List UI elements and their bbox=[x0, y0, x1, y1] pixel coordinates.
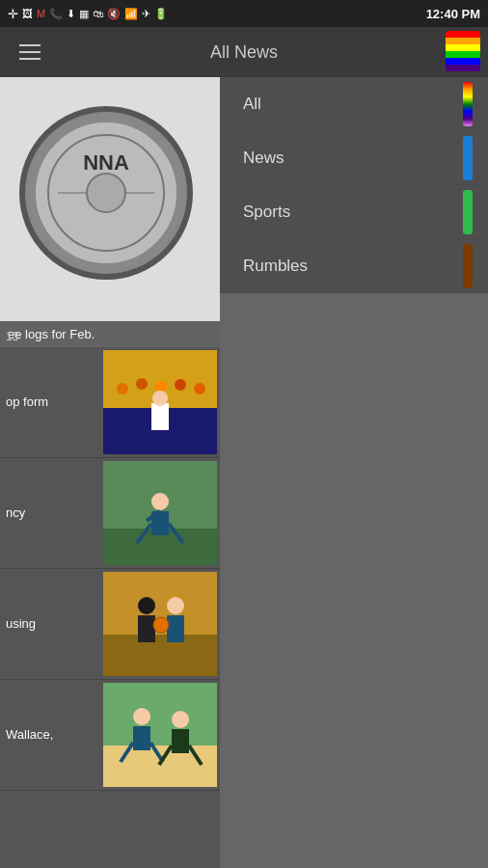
wifi-icon: 📶 bbox=[124, 8, 138, 20]
news-item-text-3: using bbox=[0, 616, 100, 633]
battery-icon: 🔋 bbox=[154, 8, 168, 20]
news-item-text-2: ncy bbox=[0, 505, 100, 522]
svg-point-9 bbox=[136, 378, 148, 390]
badge-svg: NNA CE bbox=[29, 116, 183, 270]
color-rumbles bbox=[463, 244, 473, 288]
svg-point-11 bbox=[175, 379, 186, 391]
media-icon: ▦ bbox=[79, 8, 89, 20]
sport-svg-1 bbox=[103, 350, 217, 454]
image-icon: 🖼 bbox=[22, 8, 33, 19]
news-item-image-3 bbox=[103, 572, 217, 676]
svg-rect-33 bbox=[133, 726, 150, 750]
svg-point-12 bbox=[194, 383, 205, 394]
svg-rect-26 bbox=[138, 615, 155, 642]
svg-point-36 bbox=[172, 711, 189, 728]
color-all-rainbow bbox=[463, 82, 473, 126]
dropdown-label-all: All bbox=[243, 95, 261, 114]
news-item-image-4 bbox=[103, 683, 217, 787]
rainbow-blue bbox=[446, 58, 480, 65]
news-item-text-1: op form bbox=[0, 394, 100, 411]
right-dropdown-panel: All News Sports Rumbles bbox=[220, 77, 488, 868]
svg-point-14 bbox=[152, 391, 168, 406]
hamburger-line-1 bbox=[19, 44, 41, 46]
sport-image-basketball bbox=[103, 572, 217, 676]
sport-image-baseball-field bbox=[103, 461, 217, 565]
svg-point-29 bbox=[153, 617, 169, 633]
svg-point-17 bbox=[151, 493, 169, 510]
menu-button[interactable] bbox=[12, 37, 48, 68]
list-item[interactable]: using bbox=[0, 569, 220, 680]
rainbow-green bbox=[446, 51, 480, 58]
rainbow-red bbox=[446, 31, 480, 38]
dropdown-label-news: News bbox=[243, 149, 285, 168]
hero-image[interactable]: NNA CE ee logs for Feb. 13 bbox=[0, 77, 220, 347]
news-item-image-1 bbox=[103, 350, 217, 454]
dropdown-item-rumbles[interactable]: Rumbles bbox=[220, 239, 488, 293]
list-item[interactable]: ncy bbox=[0, 458, 220, 569]
sport-svg-4 bbox=[103, 683, 217, 787]
rainbow-indigo bbox=[446, 65, 480, 71]
airplane-icon: ✈ bbox=[142, 8, 150, 20]
svg-rect-31 bbox=[103, 746, 217, 787]
category-dropdown: All News Sports Rumbles bbox=[220, 77, 488, 293]
phone-icon: 📞 bbox=[49, 8, 63, 20]
badge: NNA CE bbox=[19, 106, 193, 280]
sport-svg-3 bbox=[103, 572, 217, 676]
add-icon: ✛ bbox=[8, 7, 18, 21]
dropdown-item-news[interactable]: News bbox=[220, 131, 488, 185]
download-icon: ⬇ bbox=[67, 8, 75, 20]
list-item[interactable]: op form bbox=[0, 347, 220, 458]
dropdown-label-rumbles: Rumbles bbox=[243, 257, 308, 276]
hamburger-line-3 bbox=[19, 58, 41, 60]
svg-point-32 bbox=[133, 708, 150, 725]
theme-button[interactable] bbox=[446, 31, 480, 73]
svg-rect-23 bbox=[103, 635, 217, 676]
svg-rect-13 bbox=[151, 403, 169, 430]
dropdown-item-all[interactable]: All bbox=[220, 77, 488, 131]
hero-caption-text: ee logs for Feb. bbox=[8, 327, 95, 341]
news-item-text-4: Wallace, bbox=[0, 727, 100, 744]
mute-icon: 🔇 bbox=[107, 8, 121, 20]
shop-icon: 🛍 bbox=[93, 8, 103, 19]
page-title: All News bbox=[210, 42, 278, 63]
sport-svg-2 bbox=[103, 461, 217, 565]
hero-caption: ee logs for Feb. bbox=[0, 321, 220, 347]
gmail-icon: M bbox=[37, 8, 45, 19]
svg-rect-37 bbox=[172, 729, 189, 753]
list-item[interactable]: Wallace, bbox=[0, 680, 220, 791]
svg-point-27 bbox=[167, 597, 184, 614]
sport-image-basketball-crowd bbox=[103, 350, 217, 454]
svg-rect-28 bbox=[167, 615, 184, 642]
svg-text:NNA: NNA bbox=[83, 150, 129, 175]
status-bar: ✛ 🖼 M 📞 ⬇ ▦ 🛍 🔇 📶 ✈ 🔋 12:40 PM bbox=[0, 0, 488, 27]
dropdown-item-sports[interactable]: Sports bbox=[220, 185, 488, 239]
svg-point-24 bbox=[138, 597, 155, 614]
color-sports bbox=[463, 190, 473, 234]
news-item-image-2 bbox=[103, 461, 217, 565]
rainbow-orange bbox=[446, 38, 480, 44]
hamburger-line-2 bbox=[19, 51, 41, 53]
color-news bbox=[463, 136, 473, 180]
clock: 12:40 PM bbox=[426, 7, 480, 21]
top-bar: All News bbox=[0, 27, 488, 77]
svg-point-8 bbox=[117, 383, 128, 394]
hero-date: 13 bbox=[6, 330, 18, 343]
rainbow-yellow bbox=[446, 44, 480, 51]
dropdown-label-sports: Sports bbox=[243, 203, 290, 222]
main-area: NNA CE ee logs for Feb. 13 op form bbox=[0, 77, 488, 868]
status-icons: ✛ 🖼 M 📞 ⬇ ▦ 🛍 🔇 📶 ✈ 🔋 bbox=[8, 7, 168, 21]
left-panel: NNA CE ee logs for Feb. 13 op form bbox=[0, 77, 220, 868]
sport-image-baseball-run bbox=[103, 683, 217, 787]
svg-point-5 bbox=[87, 174, 125, 212]
